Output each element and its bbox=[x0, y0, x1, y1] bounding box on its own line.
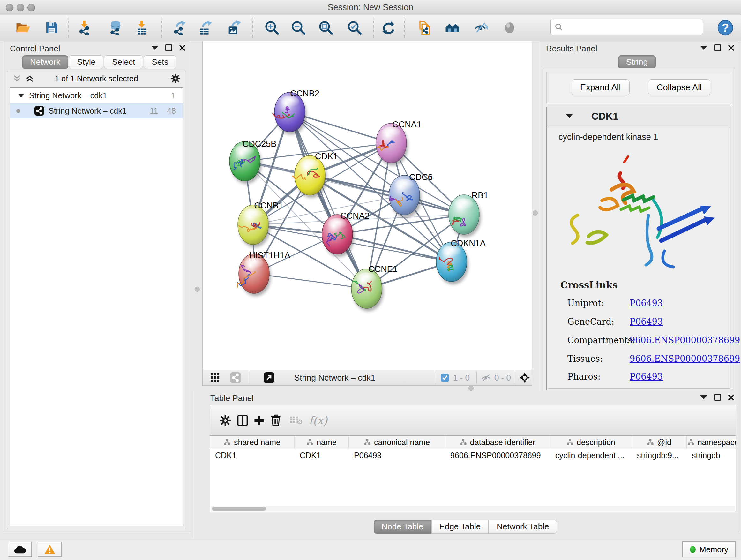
close-panel-icon[interactable] bbox=[728, 394, 734, 401]
refresh-layout-button[interactable] bbox=[379, 18, 398, 37]
grid-view-button[interactable] bbox=[208, 371, 222, 385]
column-header-name[interactable]: name bbox=[294, 436, 349, 449]
home-button[interactable] bbox=[443, 18, 461, 37]
save-session-button[interactable] bbox=[43, 18, 61, 37]
graph-node-CDKN1A[interactable]: CDKN1A bbox=[436, 239, 486, 285]
warning-status-button[interactable] bbox=[38, 542, 62, 557]
graph-node-CDK1[interactable]: CDK1 bbox=[293, 152, 338, 198]
delete-column-button[interactable] bbox=[268, 413, 283, 428]
table-cell[interactable]: stringdb:9... bbox=[632, 449, 687, 462]
graph-node-CCNB1[interactable]: CCNB1 bbox=[238, 201, 283, 247]
horizontal-scrollbar[interactable] bbox=[211, 506, 735, 511]
open-in-window-button[interactable] bbox=[262, 371, 276, 385]
clone-network-button[interactable] bbox=[415, 18, 434, 37]
zoom-out-button[interactable] bbox=[289, 18, 308, 37]
float-panel-icon[interactable] bbox=[714, 44, 721, 51]
vertical-splitter-handle[interactable] bbox=[195, 287, 200, 292]
panel-menu-icon[interactable] bbox=[700, 395, 707, 399]
crosslink-link[interactable]: P06493 bbox=[630, 372, 663, 381]
zoom-selected-button[interactable] bbox=[345, 18, 364, 37]
graph-node-RB1[interactable]: RB1 bbox=[449, 191, 488, 237]
tab-edge-table[interactable]: Edge Table bbox=[431, 520, 489, 534]
network-view[interactable]: CCNB2CCNA1CDC25BCDK1CDC6RB1CCNB1CCNA2CDK… bbox=[202, 41, 532, 386]
horizontal-splitter-handle[interactable] bbox=[468, 386, 474, 391]
search-field[interactable] bbox=[550, 19, 703, 36]
node-label: CCNA1 bbox=[392, 120, 421, 129]
table-cell[interactable]: CDK1 bbox=[210, 449, 294, 462]
create-column-button[interactable] bbox=[252, 413, 267, 428]
crosslink-link[interactable]: 9606.ENSP00000378699 bbox=[630, 335, 740, 345]
column-header-database-identifier[interactable]: database identifier bbox=[445, 436, 550, 449]
tab-network-table[interactable]: Network Table bbox=[488, 520, 557, 534]
tab-node-table[interactable]: Node Table bbox=[374, 520, 431, 534]
crosslink-link[interactable]: 9606.ENSP00000378699 bbox=[630, 354, 740, 364]
collapse-all-button[interactable]: Collapse All bbox=[648, 79, 711, 96]
current-network-dot-icon bbox=[16, 109, 20, 113]
tab-sets[interactable]: Sets bbox=[144, 55, 176, 69]
show-columns-button[interactable] bbox=[235, 413, 250, 428]
selected-checkbox-icon[interactable] bbox=[441, 373, 449, 382]
column-header--id[interactable]: @id bbox=[632, 436, 687, 449]
import-table-button[interactable] bbox=[132, 18, 151, 37]
expand-all-button[interactable]: Expand All bbox=[571, 79, 630, 96]
collapse-section-icon[interactable] bbox=[566, 114, 573, 118]
export-table-button[interactable] bbox=[196, 18, 214, 37]
delete-table-button[interactable] bbox=[288, 413, 304, 428]
close-window-button[interactable] bbox=[6, 4, 13, 11]
gene-section-header[interactable]: CDK1 bbox=[547, 107, 731, 127]
scrollbar-thumb[interactable] bbox=[212, 507, 266, 510]
column-header-description[interactable]: description bbox=[550, 436, 632, 449]
column-header-namespace[interactable]: namespace bbox=[687, 436, 736, 449]
import-network-file-button[interactable] bbox=[75, 18, 93, 37]
graph-node-CCNA1[interactable]: CCNA1 bbox=[376, 120, 421, 166]
network-view-mode-button[interactable] bbox=[228, 371, 243, 385]
network-graph[interactable]: CCNB2CCNA1CDC25BCDK1CDC6RB1CCNB1CCNA2CDK… bbox=[203, 41, 531, 369]
tab-string[interactable]: String bbox=[618, 55, 656, 69]
table-cell[interactable]: P06493 bbox=[349, 449, 445, 462]
graph-node-CCNB2[interactable]: CCNB2 bbox=[273, 89, 320, 135]
close-panel-icon[interactable] bbox=[179, 45, 185, 51]
show-hidden-button[interactable] bbox=[500, 18, 519, 37]
maximize-window-button[interactable] bbox=[27, 4, 35, 11]
collapse-caret-icon[interactable] bbox=[18, 94, 24, 98]
search-input[interactable] bbox=[563, 22, 699, 32]
open-session-button[interactable] bbox=[14, 18, 32, 37]
network-row-selected[interactable]: String Network – cdk1 11 48 bbox=[10, 103, 183, 118]
close-panel-icon[interactable] bbox=[728, 45, 734, 51]
fit-selected-button[interactable] bbox=[517, 371, 532, 385]
table-cell[interactable]: CDK1 bbox=[294, 449, 349, 462]
network-collection-row[interactable]: String Network – cdk1 1 bbox=[10, 88, 183, 103]
tab-network[interactable]: Network bbox=[22, 55, 68, 69]
crosslink-link[interactable]: P06493 bbox=[630, 298, 663, 308]
gear-icon[interactable] bbox=[171, 73, 181, 84]
node-table[interactable]: shared namenamecanonical namedatabase id… bbox=[210, 435, 736, 512]
panel-menu-icon[interactable] bbox=[700, 46, 707, 50]
zoom-fit-button[interactable] bbox=[317, 18, 335, 37]
export-image-button[interactable] bbox=[224, 18, 243, 37]
float-panel-icon[interactable] bbox=[165, 44, 172, 51]
memory-button[interactable]: Memory bbox=[682, 542, 736, 557]
column-header-canonical-name[interactable]: canonical name bbox=[349, 436, 445, 449]
import-network-database-button[interactable] bbox=[106, 18, 125, 37]
tab-select[interactable]: Select bbox=[104, 55, 143, 69]
minimize-window-button[interactable] bbox=[17, 4, 24, 11]
panel-menu-icon[interactable] bbox=[151, 46, 158, 50]
hide-selected-button[interactable] bbox=[472, 18, 491, 37]
export-network-button[interactable] bbox=[170, 18, 188, 37]
vertical-splitter-handle[interactable] bbox=[533, 210, 538, 215]
zoom-in-button[interactable] bbox=[263, 18, 281, 37]
table-cell[interactable]: 9606.ENSP00000378699 bbox=[445, 449, 550, 462]
table-row[interactable]: CDK1CDK1P064939606.ENSP00000378699cyclin… bbox=[210, 449, 736, 462]
table-cell[interactable]: stringdb bbox=[687, 449, 736, 462]
table-settings-button[interactable] bbox=[218, 413, 233, 428]
graph-node-CCNA2[interactable]: CCNA2 bbox=[322, 211, 369, 257]
graph-node-HIST1H1A[interactable]: HIST1H1A bbox=[238, 251, 290, 296]
crosslink-link[interactable]: P06493 bbox=[630, 317, 663, 327]
help-button[interactable]: ? bbox=[716, 18, 735, 37]
column-header-shared-name[interactable]: shared name bbox=[210, 436, 294, 449]
tab-style[interactable]: Style bbox=[69, 55, 104, 69]
cloud-status-button[interactable] bbox=[8, 542, 32, 557]
table-cell[interactable]: cyclin-dependent ... bbox=[550, 449, 632, 462]
function-builder-button[interactable]: f(x) bbox=[307, 413, 329, 428]
float-panel-icon[interactable] bbox=[714, 394, 721, 401]
